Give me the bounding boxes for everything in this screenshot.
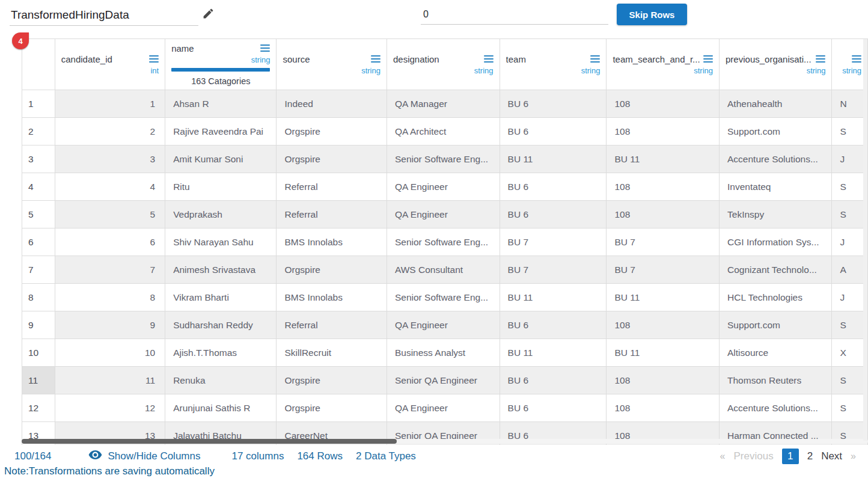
- cell[interactable]: QA Engineer: [387, 201, 500, 228]
- cell[interactable]: Referral: [277, 173, 387, 201]
- cell[interactable]: Senior Software Eng...: [387, 146, 500, 173]
- cell[interactable]: 108: [607, 90, 720, 118]
- cell[interactable]: Orgspire: [277, 367, 387, 394]
- column-menu-icon[interactable]: [703, 54, 713, 64]
- column-header-designation[interactable]: designationstring: [387, 39, 500, 90]
- cell[interactable]: HCL Technologies: [720, 284, 832, 311]
- cell[interactable]: S: [832, 118, 868, 146]
- cell[interactable]: 10: [55, 339, 165, 367]
- cell[interactable]: Accenture Solutions...: [720, 394, 832, 422]
- cell[interactable]: Ritu: [165, 173, 277, 201]
- cell[interactable]: Arunjunai Sathis R: [165, 394, 277, 422]
- cell[interactable]: Animesh Srivastava: [165, 256, 277, 284]
- cell[interactable]: BU 11: [500, 339, 607, 367]
- cell[interactable]: BU 7: [607, 256, 720, 284]
- cell[interactable]: Senior Software Eng...: [387, 228, 500, 256]
- column-header-name[interactable]: namestring163 Catagories: [165, 39, 277, 90]
- cell[interactable]: Orgspire: [277, 394, 387, 422]
- column-menu-icon[interactable]: [484, 54, 494, 64]
- transform-count-badge[interactable]: 4: [12, 32, 29, 49]
- column-header-previous_organisati[interactable]: previous_organisati...string: [720, 39, 832, 90]
- cell[interactable]: AWS Consultant: [387, 256, 500, 284]
- row-number-cell[interactable]: 7: [22, 256, 55, 284]
- column-menu-icon[interactable]: [816, 54, 825, 64]
- cell[interactable]: BU 7: [607, 228, 720, 256]
- column-header-candidate_id[interactable]: candidate_idint: [55, 39, 165, 90]
- cell[interactable]: 4: [55, 173, 165, 201]
- cell[interactable]: QA Manager: [387, 90, 500, 118]
- cell[interactable]: Referral: [277, 311, 387, 339]
- cell[interactable]: Support.com: [720, 118, 832, 146]
- column-menu-icon[interactable]: [371, 54, 381, 64]
- cell[interactable]: QA Engineer: [387, 394, 500, 422]
- cell[interactable]: Altisource: [720, 339, 832, 367]
- cell[interactable]: BU 6: [500, 394, 607, 422]
- cell[interactable]: Inventateq: [720, 173, 832, 201]
- cell[interactable]: Accenture Solutions...: [720, 146, 832, 173]
- row-number-cell[interactable]: 5: [22, 201, 55, 228]
- column-header-source[interactable]: sourcestring: [277, 39, 387, 90]
- cell[interactable]: BMS Innolabs: [277, 284, 387, 311]
- cell[interactable]: Vedprakash: [165, 201, 277, 228]
- column-menu-icon[interactable]: [852, 54, 861, 64]
- dataset-name-input[interactable]: [10, 5, 198, 26]
- cell[interactable]: Athenahealth: [720, 90, 832, 118]
- cell[interactable]: S: [832, 311, 868, 339]
- cell[interactable]: Renuka: [165, 367, 277, 394]
- cell[interactable]: Cognizant Technolo...: [720, 256, 832, 284]
- vertical-scrollbar-track[interactable]: [863, 39, 867, 441]
- cell[interactable]: Orgspire: [277, 118, 387, 146]
- cell[interactable]: J: [832, 284, 868, 311]
- cell[interactable]: 2: [55, 118, 165, 146]
- cell[interactable]: J: [832, 146, 868, 173]
- cell[interactable]: Rajive Raveendra Pai: [165, 118, 277, 146]
- cell[interactable]: 108: [607, 394, 720, 422]
- cell[interactable]: 5: [55, 201, 165, 228]
- cell[interactable]: 7: [55, 256, 165, 284]
- cell[interactable]: 108: [607, 173, 720, 201]
- cell[interactable]: SkillRecruit: [277, 339, 387, 367]
- cell[interactable]: Shiv Narayan Sahu: [165, 228, 277, 256]
- cell[interactable]: 12: [55, 394, 165, 422]
- cell[interactable]: 8: [55, 284, 165, 311]
- cell[interactable]: QA Engineer: [387, 173, 500, 201]
- pagination-last-icon[interactable]: »: [851, 451, 856, 462]
- cell[interactable]: BU 7: [500, 228, 607, 256]
- column-header-team_search_and_r[interactable]: team_search_and_r...string: [607, 39, 720, 90]
- cell[interactable]: Senior Software Eng...: [387, 284, 500, 311]
- row-number-cell[interactable]: 12: [22, 394, 55, 422]
- row-number-cell[interactable]: 8: [22, 284, 55, 311]
- cell[interactable]: CGI Information Sys...: [720, 228, 832, 256]
- cell[interactable]: QA Engineer: [387, 311, 500, 339]
- cell[interactable]: 9: [55, 311, 165, 339]
- edit-pencil-icon[interactable]: [202, 7, 215, 22]
- cell[interactable]: Thomson Reuters: [720, 367, 832, 394]
- cell[interactable]: J: [832, 228, 868, 256]
- cell[interactable]: BU 11: [607, 339, 720, 367]
- cell[interactable]: 108: [607, 118, 720, 146]
- cell[interactable]: 11: [55, 367, 165, 394]
- column-menu-icon[interactable]: [149, 54, 159, 64]
- row-number-cell[interactable]: 4: [22, 173, 55, 201]
- cell[interactable]: Senior QA Engineer: [387, 367, 500, 394]
- cell[interactable]: Ahsan R: [165, 90, 277, 118]
- cell[interactable]: BU 11: [607, 284, 720, 311]
- show-hide-columns-button[interactable]: Show/Hide Columns: [88, 450, 200, 462]
- cell[interactable]: BMS Innolabs: [277, 228, 387, 256]
- cell[interactable]: 108: [607, 367, 720, 394]
- column-menu-icon[interactable]: [590, 54, 600, 64]
- cell[interactable]: Ajish.T.Thomas: [165, 339, 277, 367]
- column-menu-icon[interactable]: [260, 43, 270, 54]
- page-2-button[interactable]: 2: [807, 450, 813, 462]
- cell[interactable]: Indeed: [277, 90, 387, 118]
- cell[interactable]: Support.com: [720, 311, 832, 339]
- next-page-button[interactable]: Next: [821, 450, 842, 462]
- cell[interactable]: Amit Kumar Soni: [165, 146, 277, 173]
- cell[interactable]: TekInspy: [720, 201, 832, 228]
- cell[interactable]: 108: [607, 311, 720, 339]
- cell[interactable]: BU 11: [500, 146, 607, 173]
- skip-rows-input[interactable]: [421, 5, 608, 25]
- cell[interactable]: BU 7: [500, 256, 607, 284]
- cell[interactable]: Referral: [277, 201, 387, 228]
- skip-rows-button[interactable]: Skip Rows: [617, 4, 687, 25]
